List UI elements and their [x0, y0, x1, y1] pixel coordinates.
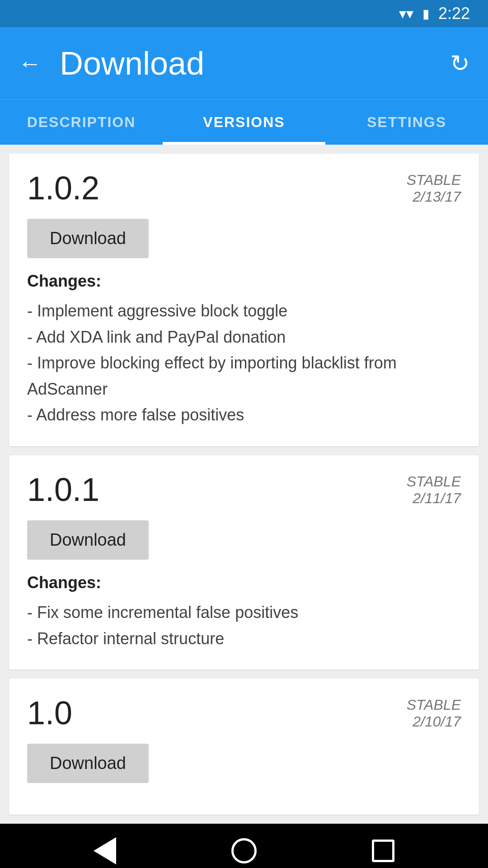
version-header-10: 1.0 STABLE 2/10/17 — [27, 697, 461, 730]
change-item: - Address more false positives — [27, 402, 461, 428]
changes-list-101: - Fix some incremental false positives -… — [27, 599, 461, 651]
version-channel-10: STABLE — [407, 697, 461, 713]
back-button[interactable]: ← — [18, 50, 42, 77]
version-meta-101: STABLE 2/11/17 — [407, 473, 461, 507]
version-date-10: 2/10/17 — [407, 713, 461, 730]
download-button-101[interactable]: Download — [27, 520, 149, 560]
wifi-icon: ▾▾ — [399, 5, 413, 22]
version-date-101: 2/11/17 — [407, 490, 461, 507]
version-number-10: 1.0 — [27, 697, 72, 729]
nav-bar — [0, 824, 488, 868]
version-header-101: 1.0.1 STABLE 2/11/17 — [27, 473, 461, 507]
page-title: Download — [60, 45, 432, 82]
version-channel-101: STABLE — [407, 473, 461, 490]
version-card-10: 1.0 STABLE 2/10/17 Download — [9, 679, 479, 815]
changes-title-101: Changes: — [27, 573, 461, 592]
version-card-102: 1.0.2 STABLE 2/13/17 Download Changes: -… — [9, 154, 479, 446]
tab-settings[interactable]: SETTINGS — [325, 100, 488, 145]
version-number-101: 1.0.1 — [27, 473, 99, 506]
version-card-101: 1.0.1 STABLE 2/11/17 Download Changes: -… — [9, 455, 479, 670]
change-item: - Fix some incremental false positives — [27, 599, 461, 626]
changes-title-102: Changes: — [27, 272, 461, 291]
change-item: - Improve blocking effect by importing b… — [27, 350, 461, 402]
version-number-102: 1.0.2 — [27, 172, 99, 204]
nav-back-button[interactable] — [94, 837, 116, 864]
change-item: - Implement aggressive block toggle — [27, 298, 461, 324]
version-date-102: 2/13/17 — [407, 189, 461, 205]
nav-recents-button[interactable] — [372, 840, 394, 862]
time-display: 2:22 — [438, 4, 470, 23]
change-item: - Add XDA link and PayPal donation — [27, 324, 461, 350]
download-button-10[interactable]: Download — [27, 744, 149, 783]
version-header-102: 1.0.2 STABLE 2/13/17 — [27, 172, 461, 205]
app-bar: ← Download ↻ — [0, 27, 488, 99]
download-button-102[interactable]: Download — [27, 219, 149, 258]
changes-list-102: - Implement aggressive block toggle - Ad… — [27, 298, 461, 428]
refresh-button[interactable]: ↻ — [450, 50, 470, 77]
version-meta-10: STABLE 2/10/17 — [407, 697, 461, 730]
tab-versions[interactable]: VERSIONS — [163, 100, 325, 145]
change-item: - Refactor internal structure — [27, 626, 461, 652]
tab-description[interactable]: DESCRIPTION — [0, 100, 163, 145]
battery-icon: ▮ — [422, 6, 429, 21]
content-area: 1.0.2 STABLE 2/13/17 Download Changes: -… — [0, 145, 488, 824]
tab-bar: DESCRIPTION VERSIONS SETTINGS — [0, 99, 488, 145]
status-bar: ▾▾ ▮ 2:22 — [0, 0, 488, 27]
nav-home-button[interactable] — [231, 838, 257, 863]
version-channel-102: STABLE — [407, 172, 461, 189]
version-meta-102: STABLE 2/13/17 — [407, 172, 461, 205]
